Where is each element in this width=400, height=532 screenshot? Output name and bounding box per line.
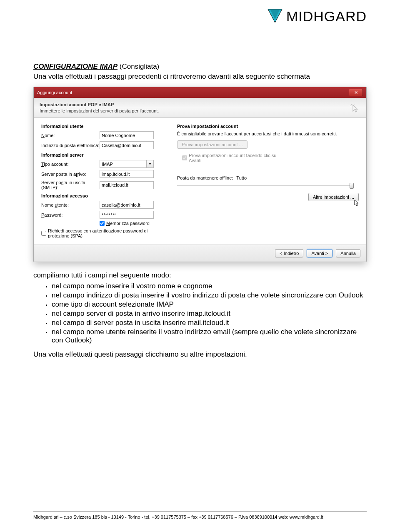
remember-password-input[interactable] <box>100 221 105 226</box>
brand-logo: MIDHGARD <box>266 7 367 25</box>
incoming-server-input[interactable] <box>100 170 154 178</box>
username-label: Nome utente: <box>41 202 100 207</box>
username-input[interactable] <box>100 201 154 209</box>
instructions-list: nel campo nome inserire il vostro nome e… <box>33 282 367 345</box>
dialog-titlebar: Aggiungi account ✕ <box>34 87 366 98</box>
closing-text: Una volta effettuati questi passaggi cli… <box>33 350 367 359</box>
dialog-title: Aggiungi account <box>37 90 72 95</box>
outgoing-server-input[interactable] <box>100 181 154 189</box>
section-heading: CONFIGURAZIONE IMAP (Consigliata) <box>33 62 367 71</box>
auto-test-input[interactable] <box>182 155 187 160</box>
user-info-heading: Informazioni utente <box>41 124 166 129</box>
account-type-value[interactable] <box>100 160 146 168</box>
chevron-down-icon[interactable]: ▾ <box>146 160 154 168</box>
mouse-pointer-icon <box>354 200 360 207</box>
dialog-header-title: Impostazioni account POP e IMAP <box>40 102 360 107</box>
name-label: Nome: <box>41 133 100 138</box>
account-type-label: Tipo account: <box>41 162 100 167</box>
password-label: Password: <box>41 212 100 217</box>
close-icon: ✕ <box>354 90 358 95</box>
access-info-heading: Informazioni accesso <box>41 193 166 198</box>
list-item: nel campo server di posta in arrivo inse… <box>46 310 367 318</box>
spa-checkbox[interactable]: Richiedi accesso con autenticazione pass… <box>41 228 152 238</box>
list-item: nel campo nome utente reinserite il vost… <box>46 328 367 345</box>
remember-password-label: Memorizza password <box>106 221 150 226</box>
list-item: nel campo nome inserire il vostro nome e… <box>46 282 367 290</box>
svg-line-5 <box>354 105 355 106</box>
back-button[interactable]: < Indietro <box>275 249 303 257</box>
test-settings-heading: Prova impostazioni account <box>177 124 359 129</box>
dialog-header: Impostazioni account POP e IMAP Immetter… <box>34 98 366 118</box>
offline-label: Posta da mantenere offline: <box>177 175 233 180</box>
close-button[interactable]: ✕ <box>349 89 363 96</box>
remember-password-checkbox[interactable]: Memorizza password <box>100 221 150 226</box>
email-input[interactable] <box>100 141 154 149</box>
auto-test-label: Prova impostazioni account facendo clic … <box>189 153 285 163</box>
email-label: Indirizzo di posta elettronica: <box>41 143 100 148</box>
svg-line-3 <box>350 105 351 107</box>
offline-value: Tutto <box>236 175 247 180</box>
account-type-select[interactable]: ▾ <box>100 160 154 168</box>
slider-track <box>177 185 350 186</box>
page-footer: Midhgard srl – c.so Svizzera 185 bis - 1… <box>33 512 367 520</box>
cancel-button[interactable]: Annulla <box>336 249 360 257</box>
instructions-intro: compiliamo tutti i campi nel seguente mo… <box>33 271 367 280</box>
incoming-server-label: Server posta in arrivo: <box>41 172 100 177</box>
password-input[interactable] <box>100 211 154 219</box>
add-account-dialog: Aggiungi account ✕ Impostazioni account … <box>33 87 367 262</box>
heading-title: CONFIGURAZIONE IMAP <box>33 62 118 70</box>
cursor-pointer-icon <box>350 104 360 117</box>
list-item: come tipo di account selezionate IMAP <box>46 300 367 309</box>
name-input[interactable] <box>100 131 154 139</box>
svg-line-4 <box>351 104 352 105</box>
auto-test-checkbox[interactable]: Prova impostazioni account facendo clic … <box>182 153 359 163</box>
heading-suffix: (Consigliata) <box>118 62 159 70</box>
spa-label: Richiedi accesso con autenticazione pass… <box>48 228 152 238</box>
logo-text: MIDHGARD <box>286 8 367 25</box>
spa-input[interactable] <box>41 231 46 236</box>
dialog-header-subtitle: Immettere le impostazioni del server di … <box>40 108 360 113</box>
offline-slider[interactable] <box>177 182 359 190</box>
next-button[interactable]: Avanti > <box>307 249 332 257</box>
test-tip: È consigliabile provare l'account per ac… <box>177 131 359 136</box>
slider-thumb[interactable] <box>350 183 354 189</box>
intro-text: Una volta effettuati i passaggi preceden… <box>33 72 367 81</box>
logo-mark-icon <box>266 7 284 25</box>
test-settings-button[interactable]: Prova impostazioni account ... <box>177 140 248 149</box>
dialog-footer: < Indietro Avanti > Annulla <box>34 245 366 262</box>
list-item: nel campo di server posta in uscita inse… <box>46 319 367 327</box>
more-settings-button[interactable]: Altre impostazioni ... <box>308 193 359 201</box>
list-item: nel campo indirizzo di posta inserire il… <box>46 291 367 300</box>
outgoing-server-label: Server posta in uscita (SMTP): <box>41 180 100 190</box>
server-info-heading: Informazioni server <box>41 152 166 157</box>
